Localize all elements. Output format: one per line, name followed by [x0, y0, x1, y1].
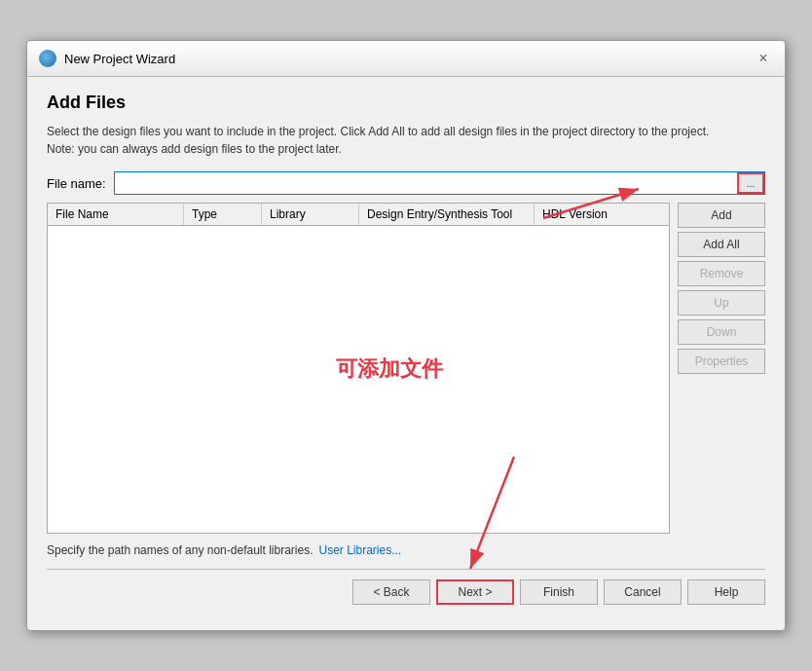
- footer-text: Specify the path names of any non-defaul…: [47, 543, 314, 557]
- add-all-button[interactable]: Add All: [678, 232, 765, 257]
- description: Select the design files you want to incl…: [47, 123, 765, 158]
- file-table-container: File Name Type Library Design Entry/Synt…: [47, 203, 670, 534]
- file-name-input[interactable]: [115, 174, 737, 193]
- main-area: File Name Type Library Design Entry/Synt…: [47, 203, 765, 534]
- col-type: Type: [184, 204, 262, 225]
- file-name-label: File name:: [47, 176, 106, 191]
- dialog-content: Add Files Select the design files you wa…: [27, 77, 785, 630]
- side-buttons: Add Add All Remove Up Down Properties: [678, 203, 765, 534]
- col-design-entry: Design Entry/Synthesis Tool: [359, 204, 535, 225]
- user-libraries-link[interactable]: User Libraries...: [319, 543, 402, 557]
- annotation-text: 可添加文件: [336, 354, 443, 384]
- file-name-row: File name: ...: [47, 171, 765, 195]
- section-title: Add Files: [47, 93, 765, 113]
- back-button[interactable]: < Back: [352, 579, 430, 605]
- col-hdl-version: HDL Version: [535, 204, 632, 225]
- new-project-wizard-dialog: New Project Wizard × Add Files Select th…: [26, 40, 786, 631]
- description-line2: Note: you can always add design files to…: [47, 142, 342, 156]
- footer-area: Specify the path names of any non-defaul…: [47, 543, 765, 557]
- down-button[interactable]: Down: [678, 319, 765, 345]
- divider: [47, 569, 765, 570]
- close-button[interactable]: ×: [754, 49, 773, 68]
- browse-button[interactable]: ...: [737, 172, 764, 194]
- title-bar-left: New Project Wizard: [39, 50, 175, 67]
- remove-button[interactable]: Remove: [678, 261, 765, 286]
- finish-button[interactable]: Finish: [520, 579, 598, 605]
- cancel-button[interactable]: Cancel: [604, 579, 682, 605]
- title-bar: New Project Wizard ×: [27, 41, 785, 77]
- bottom-buttons: < Back Next > Finish Cancel Help: [47, 579, 765, 615]
- col-library: Library: [262, 204, 359, 225]
- next-button[interactable]: Next >: [436, 579, 514, 605]
- table-header: File Name Type Library Design Entry/Synt…: [48, 204, 669, 226]
- up-button[interactable]: Up: [678, 290, 765, 316]
- app-icon: [39, 50, 56, 67]
- properties-button[interactable]: Properties: [678, 349, 765, 374]
- file-name-input-wrapper: ...: [114, 171, 765, 195]
- col-file-name: File Name: [48, 204, 184, 225]
- add-button[interactable]: Add: [678, 203, 765, 228]
- description-line1: Select the design files you want to incl…: [47, 125, 709, 138]
- dialog-title: New Project Wizard: [64, 52, 175, 66]
- help-button[interactable]: Help: [687, 579, 765, 605]
- table-body: 可添加文件: [48, 226, 669, 518]
